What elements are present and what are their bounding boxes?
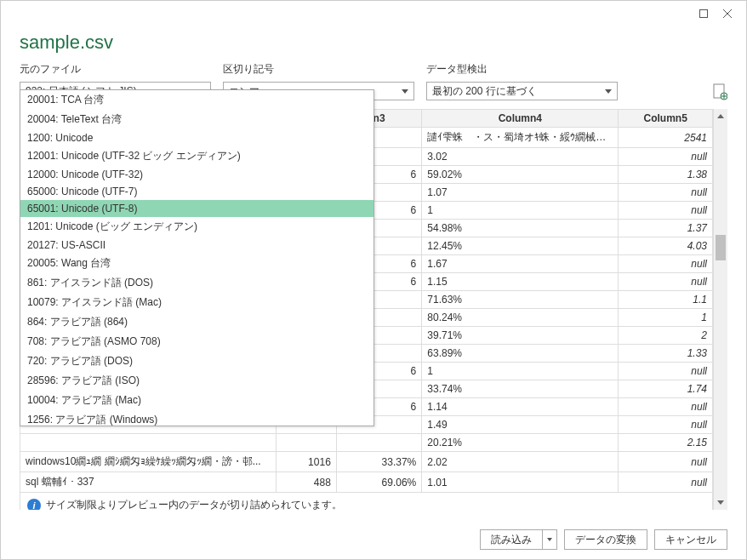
table-cell: 3.02 bbox=[422, 148, 619, 166]
table-row[interactable]: windows10繝ｭ繝 繝ｼ繝匁ｮ繰ｹ繰ｯ繝匁ｯ繝・謗・邨...101633.… bbox=[20, 452, 713, 472]
table-cell: 2 bbox=[619, 327, 713, 345]
table-cell: 71.63% bbox=[422, 291, 619, 309]
table-cell: 20.21% bbox=[422, 434, 619, 452]
chevron-down-icon bbox=[402, 89, 408, 94]
table-cell: 1.1 bbox=[619, 291, 713, 309]
transform-button[interactable]: データの変換 bbox=[564, 529, 647, 550]
file-title: sample.csv bbox=[20, 26, 727, 62]
chevron-down-icon bbox=[717, 500, 724, 505]
detect-combo[interactable]: 最初の 200 行に基づく bbox=[426, 82, 618, 100]
table-cell: 69.06% bbox=[336, 472, 421, 493]
encoding-option[interactable]: 10004: アラビア語 (Mac) bbox=[20, 391, 374, 410]
encoding-option[interactable]: 20001: TCA 台湾 bbox=[20, 90, 374, 110]
chevron-down-icon bbox=[547, 538, 552, 541]
encoding-option[interactable]: 65000: Unicode (UTF-7) bbox=[20, 183, 374, 200]
encoding-option[interactable]: 1201: Unicode (ビッグ エンディアン) bbox=[20, 217, 374, 237]
scroll-track[interactable] bbox=[714, 123, 727, 495]
vertical-scrollbar[interactable] bbox=[713, 109, 727, 510]
dialog-footer: 読み込み データの変換 キャンセル bbox=[1, 520, 746, 559]
detect-label: データ型検出 bbox=[426, 62, 618, 78]
table-cell: 4.03 bbox=[619, 237, 713, 255]
table-cell: null bbox=[619, 472, 713, 493]
table-cell: null bbox=[619, 363, 713, 380]
table-cell bbox=[20, 434, 277, 452]
table-cell: 1 bbox=[619, 309, 713, 327]
column-header[interactable]: Column5 bbox=[619, 110, 713, 128]
table-cell: 54.98% bbox=[422, 220, 619, 237]
table-cell: 1.74 bbox=[619, 380, 713, 398]
cancel-button-label: キャンセル bbox=[665, 533, 716, 547]
encoding-option[interactable]: 12001: Unicode (UTF-32 ビッグ エンディアン) bbox=[20, 146, 374, 166]
dialog-window: sample.csv 元のファイル 932: 日本語 (シフト JIS) 区切り… bbox=[0, 0, 747, 560]
delimiter-label: 区切り記号 bbox=[223, 62, 414, 78]
table-cell: 1 bbox=[422, 363, 619, 380]
table-cell: 1.67 bbox=[422, 255, 619, 273]
maximize-button[interactable] bbox=[692, 4, 716, 23]
table-cell: 488 bbox=[277, 472, 336, 493]
table-cell: 1.49 bbox=[422, 416, 619, 434]
table-cell: 80.24% bbox=[422, 309, 619, 327]
encoding-option[interactable]: 861: アイスランド語 (DOS) bbox=[20, 273, 374, 293]
table-row[interactable]: sql 蟷輔ｲ・33748869.06%1.01null bbox=[20, 472, 713, 493]
encoding-option[interactable]: 1256: アラビア語 (Windows) bbox=[20, 410, 374, 426]
table-cell: null bbox=[619, 255, 713, 273]
close-icon bbox=[723, 9, 732, 18]
info-icon: i bbox=[27, 499, 41, 511]
table-cell: null bbox=[619, 202, 713, 220]
encoding-option[interactable]: 20127: US-ASCII bbox=[20, 237, 374, 254]
info-bar: i サイズ制限よりプレビュー内のデータが切り詰められています。 bbox=[20, 493, 713, 510]
table-cell bbox=[336, 434, 421, 452]
table-cell: 33.37% bbox=[336, 452, 421, 472]
table-cell: null bbox=[619, 452, 713, 472]
info-message: サイズ制限よりプレビュー内のデータが切り詰められています。 bbox=[46, 498, 342, 510]
table-cell: null bbox=[619, 148, 713, 166]
table-cell: null bbox=[619, 184, 713, 202]
table-cell: 2541 bbox=[619, 128, 713, 148]
encoding-option[interactable]: 1200: Unicode bbox=[20, 129, 374, 146]
encoding-option[interactable]: 10079: アイスランド語 (Mac) bbox=[20, 293, 374, 312]
table-cell: 1.01 bbox=[422, 472, 619, 493]
chevron-down-icon bbox=[605, 89, 612, 94]
encoding-option[interactable]: 28596: アラビア語 (ISO) bbox=[20, 371, 374, 391]
encoding-option[interactable]: 12000: Unicode (UTF-32) bbox=[20, 166, 374, 183]
table-cell: sql 蟷輔ｲ・337 bbox=[20, 472, 277, 493]
close-button[interactable] bbox=[716, 4, 739, 23]
table-cell: 63.89% bbox=[422, 345, 619, 363]
encoding-option[interactable]: 720: アラビア語 (DOS) bbox=[20, 351, 374, 371]
table-row[interactable]: 20.21%2.15 bbox=[20, 434, 713, 452]
encoding-option[interactable]: 65001: Unicode (UTF-8) bbox=[20, 200, 374, 217]
scroll-down-button[interactable] bbox=[714, 495, 727, 510]
table-cell: null bbox=[619, 416, 713, 434]
table-cell: 2.15 bbox=[619, 434, 713, 452]
encoding-option[interactable]: 20004: TeleText 台湾 bbox=[20, 110, 374, 129]
table-cell: 1.14 bbox=[422, 398, 619, 416]
svg-rect-0 bbox=[700, 10, 708, 18]
table-cell: 1.07 bbox=[422, 184, 619, 202]
titlebar bbox=[1, 1, 746, 26]
table-cell: 1.33 bbox=[619, 345, 713, 363]
table-cell: null bbox=[619, 398, 713, 416]
table-cell: 1016 bbox=[277, 452, 336, 472]
encoding-option[interactable]: 708: アラビア語 (ASMO 708) bbox=[20, 332, 374, 351]
detect-combo-value: 最初の 200 行に基づく bbox=[432, 84, 537, 99]
table-cell: 39.71% bbox=[422, 327, 619, 345]
load-button[interactable]: 読み込み bbox=[480, 529, 557, 550]
encoding-option[interactable]: 864: アラビア語 (864) bbox=[20, 312, 374, 332]
load-button-label: 読み込み bbox=[480, 529, 542, 550]
settings-icon[interactable] bbox=[712, 83, 727, 100]
table-cell: null bbox=[619, 273, 713, 291]
encoding-dropdown[interactable]: 20001: TCA 台湾20004: TeleText 台湾1200: Uni… bbox=[20, 89, 374, 426]
load-button-dropdown[interactable] bbox=[542, 529, 557, 550]
scroll-up-button[interactable] bbox=[714, 109, 727, 123]
table-cell: 1.37 bbox=[619, 220, 713, 237]
table-cell: 59.02% bbox=[422, 166, 619, 184]
column-header[interactable]: Column4 bbox=[422, 110, 619, 128]
detect-group: データ型検出 最初の 200 行に基づく bbox=[426, 62, 618, 100]
table-cell: 2.02 bbox=[422, 452, 619, 472]
scroll-thumb[interactable] bbox=[716, 235, 726, 260]
maximize-icon bbox=[699, 9, 708, 18]
cancel-button[interactable]: キャンセル bbox=[654, 529, 727, 550]
encoding-option[interactable]: 20005: Wang 台湾 bbox=[20, 254, 374, 273]
table-cell bbox=[277, 434, 336, 452]
table-cell: 1 bbox=[422, 202, 619, 220]
